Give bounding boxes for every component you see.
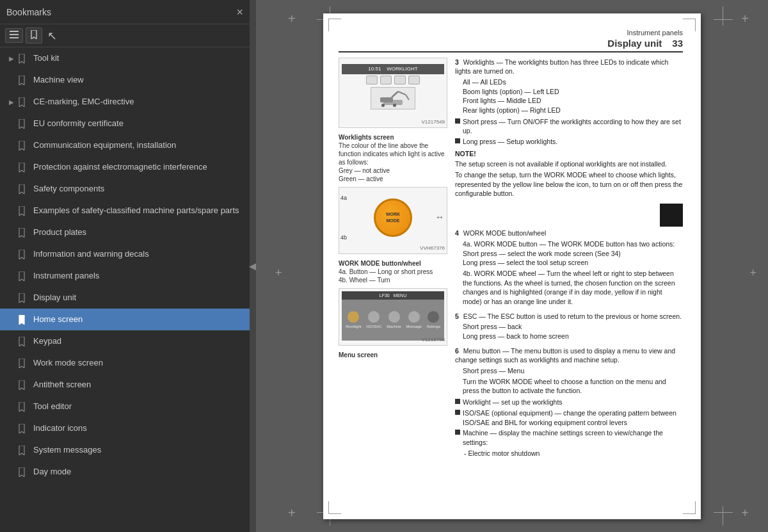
bullet-sq-2 — [455, 138, 460, 143]
menu-ref: V1218798 — [422, 336, 445, 343]
bookmark-icon-keypad — [18, 337, 29, 346]
document-left-column: 10:51 WORKLIGHT — [339, 58, 447, 463]
wm-short-press: Short press — select the work mode scree… — [463, 249, 683, 259]
side-mark-right: + — [749, 266, 756, 280]
bookmark-label-examples-safety: Examples of safety-classified machine pa… — [33, 206, 244, 216]
bookmark-label-protection: Protection against electromagnetic inter… — [33, 162, 244, 173]
svg-rect-0 — [10, 31, 19, 32]
bullet-sq-3 — [455, 399, 460, 404]
bookmark-item-ce-marking[interactable]: ▶CE-marking, EMC-directive — [0, 91, 250, 113]
bookmark-item-home-screen[interactable]: Home screen — [0, 309, 250, 330]
wm-long-press: Long press — select the tool setup scree… — [463, 258, 683, 268]
menu-screen-image: LF30 MENU Worklight ISO/SAC — [339, 289, 447, 343]
machine-sub-item: - Electric motor shutdown — [464, 449, 683, 458]
bullet-sq-4 — [455, 410, 460, 415]
bookmark-icon-work-mode-screen — [18, 359, 29, 368]
bookmark-item-instrument-panels[interactable]: Instrument panels — [0, 265, 250, 287]
page-crop-tl — [328, 19, 341, 31]
bullet-long-press-wl: Long press — Setup worklights. — [455, 137, 683, 147]
svg-rect-1 — [10, 34, 19, 35]
bookmark-item-work-mode-screen[interactable]: Work mode screen — [0, 352, 250, 374]
bookmark-item-examples-safety[interactable]: Examples of safety-classified machine pa… — [0, 200, 250, 222]
bookmark-item-communication[interactable]: Communication equipment, installation — [0, 134, 250, 156]
page-header: Instrument panels Display unit 33 — [339, 26, 683, 52]
bookmarks-title: Bookmarks — [6, 7, 51, 17]
crop-mark-bl-outer: + — [288, 506, 296, 520]
bookmark-item-product-plates[interactable]: Product plates — [0, 222, 250, 243]
bookmark-label-tool-editor: Tool editor — [33, 401, 244, 412]
section-4-num: 4 — [455, 229, 459, 237]
svg-rect-8 — [381, 104, 385, 107]
bookmark-label-home-screen: Home screen — [33, 314, 244, 325]
bookmark-item-system-messages[interactable]: System messages — [0, 439, 250, 461]
document-content: 10:51 WORKLIGHT — [339, 58, 683, 463]
bookmark-item-info-warning[interactable]: Information and warning decals — [0, 243, 250, 265]
bullet-machine-text: Machine — display the machine settings s… — [463, 428, 683, 447]
section-5-sublines: Short press — back Long press — back to … — [463, 322, 683, 341]
bookmark-label-safety-components: Safety components — [33, 184, 244, 195]
side-mark-left: + — [275, 266, 282, 280]
bullet-worklight-text: Worklight — set up the worklights — [463, 398, 563, 407]
work-text: WORK — [386, 211, 400, 218]
workmode-image-box: 4a 4b WORK MODE ↔ VVH67376 — [339, 187, 447, 254]
bookmark-label-info-warning: Information and warning decals — [33, 249, 244, 260]
panel-resize-handle[interactable]: ◀ — [250, 0, 256, 532]
bullet-isosae-text: ISO/SAE (optional equipment) — change th… — [463, 408, 683, 427]
bookmark-icon-product-plates — [18, 228, 29, 238]
bookmark-item-safety-components[interactable]: Safety components — [0, 178, 250, 200]
section-5-text: ESC — The ESC button is used to return t… — [463, 312, 682, 320]
worklights-caption: Worklights screen The colour of the line… — [339, 133, 447, 183]
bookmark-icon-examples-safety — [18, 206, 29, 216]
bookmark-item-indicator-icons[interactable]: Indicator icons — [0, 417, 250, 439]
bookmarks-toolbar: ↖ — [0, 24, 250, 47]
message-circle — [408, 310, 420, 323]
bullet-worklight: Worklight — set up the worklights — [455, 398, 683, 407]
bookmark-item-tool-kit[interactable]: ▶Tool kit — [0, 47, 250, 69]
bookmark-item-tool-editor[interactable]: Tool editor — [0, 396, 250, 417]
esc-short-press: Short press — back — [463, 322, 683, 332]
menu-icon-message: Message — [406, 310, 422, 329]
toolbar-list-button[interactable] — [5, 28, 23, 43]
list-icon — [10, 31, 19, 38]
bookmarks-header: Bookmarks × — [0, 0, 250, 24]
section-3-text: Worklights — The worklights button has t… — [455, 58, 668, 76]
worklights-ref: V1217549 — [422, 118, 445, 125]
bookmark-item-keypad[interactable]: Keypad — [0, 330, 250, 352]
wm-4a-main: 4a. WORK MODE button — The WORK MODE but… — [463, 239, 683, 249]
bookmark-label-tool-kit: Tool kit — [33, 53, 244, 64]
screen-icon-4 — [408, 76, 420, 85]
crop-mark-tr-outer: + — [741, 12, 749, 26]
bookmarks-close-button[interactable]: × — [236, 6, 243, 18]
menu-wheel-desc: Turn the WORK MODE wheel to choose a fun… — [463, 377, 683, 396]
cursor-pointer-icon: ↖ — [47, 29, 57, 43]
menu-image-box: LF30 MENU Worklight ISO/SAC — [339, 288, 447, 346]
menu-caption: Menu screen — [339, 351, 447, 359]
bookmark-icon-display-unit — [18, 293, 29, 303]
bookmark-icon-system-messages — [18, 446, 29, 455]
bookmark-item-display-unit[interactable]: Display unit — [0, 287, 250, 309]
bookmark-item-protection[interactable]: Protection against electromagnetic inter… — [0, 156, 250, 178]
workmode-screen-image: 4a 4b WORK MODE ↔ — [339, 188, 447, 248]
black-color-swatch — [660, 204, 683, 227]
bookmark-label-antitheft-screen: Antitheft screen — [33, 380, 244, 391]
page-number: 33 — [672, 38, 683, 49]
menu-screen-bar: LF30 MENU — [342, 291, 444, 300]
bookmark-item-eu-conformity[interactable]: EU conformity certificate — [0, 113, 250, 134]
toolbar-bookmark-button[interactable] — [26, 28, 42, 44]
section-6-bullets: Worklight — set up the worklights ISO/SA… — [455, 398, 683, 458]
bookmark-icon-home-screen — [18, 315, 29, 325]
bullet-isosae: ISO/SAE (optional equipment) — change th… — [455, 408, 683, 427]
bookmark-item-antitheft-screen[interactable]: Antitheft screen — [0, 374, 250, 396]
bookmarks-list[interactable]: ▶Tool kitMachine view▶CE-marking, EMC-di… — [0, 47, 250, 532]
bookmark-label-indicator-icons: Indicator icons — [33, 423, 244, 434]
bookmark-item-machine-view[interactable]: Machine view — [0, 69, 250, 91]
menu-icon-settings: Settings — [426, 310, 440, 329]
menu-icon-isosae: ISO/SAC — [366, 310, 381, 329]
bookmark-item-day-mode[interactable]: Day mode — [0, 461, 250, 483]
page-subtitle: Instrument panels — [627, 29, 683, 36]
screen-icon-3 — [394, 76, 406, 85]
sub-item-rear: Rear lights (option) — Right LED — [463, 106, 683, 115]
svg-rect-9 — [393, 104, 396, 107]
machine-label: Machine — [387, 324, 401, 329]
bookmark-icon-tool-editor — [18, 402, 29, 412]
